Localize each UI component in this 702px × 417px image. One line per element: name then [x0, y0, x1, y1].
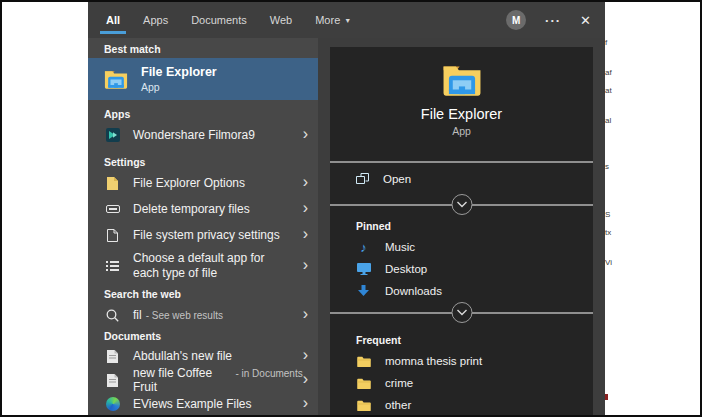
- search-filter-bar: All Apps Documents Web More ▼ M ··· ✕: [88, 2, 605, 38]
- result-label: File Explorer Options: [133, 176, 245, 191]
- result-label: Delete temporary files: [133, 202, 250, 217]
- chevron-right-icon[interactable]: ›: [303, 395, 308, 413]
- filmora-app-icon: [104, 128, 121, 142]
- frequent-item-crime[interactable]: crime: [330, 372, 593, 394]
- search-results-list: Best match File Explorer App: [88, 38, 318, 415]
- document-label: new file Coffee Fruit: [133, 366, 231, 394]
- tab-more[interactable]: More ▼: [315, 2, 351, 38]
- chevron-down-button[interactable]: [451, 194, 472, 215]
- tab-more-label: More: [315, 14, 340, 26]
- expand-divider: [330, 194, 593, 216]
- section-header-pinned: Pinned: [330, 220, 593, 236]
- eviews-app-icon: [104, 397, 121, 411]
- background-text-fragment: at: [605, 86, 612, 95]
- chevron-right-icon[interactable]: ›: [303, 306, 308, 324]
- pinned-item-downloads[interactable]: Downloads: [330, 280, 593, 302]
- result-document-coffee-fruit[interactable]: new file Coffee Fruit - in Documents ›: [88, 368, 318, 392]
- open-label: Open: [383, 173, 411, 185]
- background-text-fragment: s: [605, 162, 609, 171]
- search-query-suffix: - See web results: [146, 310, 223, 321]
- music-note-icon: ♪: [356, 240, 371, 255]
- result-file-explorer-options[interactable]: File Explorer Options ›: [88, 170, 318, 196]
- result-label: Wondershare Filmora9: [133, 128, 255, 143]
- section-header-frequent: Frequent: [330, 334, 593, 350]
- pinned-item-music[interactable]: ♪ Music: [330, 236, 593, 258]
- document-icon: [104, 374, 121, 387]
- preview-subtitle: App: [330, 125, 593, 137]
- document-label: EViews Example Files: [133, 397, 252, 411]
- background-text-fragment: tx: [605, 228, 611, 237]
- chevron-right-icon[interactable]: ›: [303, 371, 308, 389]
- folder-icon: [356, 400, 371, 411]
- frequent-item-other[interactable]: other: [330, 394, 593, 415]
- background-text-fragment: af: [605, 68, 612, 77]
- storage-icon: [104, 205, 121, 213]
- frequent-label: crime: [385, 377, 413, 389]
- expand-divider: [330, 302, 593, 324]
- chevron-right-icon[interactable]: ›: [303, 226, 308, 244]
- avatar[interactable]: M: [506, 10, 526, 30]
- preview-hero: File Explorer App: [330, 47, 593, 161]
- document-label: Abdullah's new file: [133, 349, 232, 363]
- document-text: new file Coffee Fruit - in Documents: [133, 366, 303, 394]
- result-file-system-privacy-settings[interactable]: File system privacy settings ›: [88, 222, 318, 248]
- background-text-fragment: al: [605, 116, 611, 125]
- result-web-search[interactable]: fil - See web results ›: [88, 302, 318, 328]
- desktop-monitor-icon: [356, 263, 371, 275]
- close-icon[interactable]: ✕: [580, 13, 591, 28]
- chevron-right-icon[interactable]: ›: [303, 347, 308, 365]
- result-delete-temporary-files[interactable]: Delete temporary files ›: [88, 196, 318, 222]
- document-text: EViews Example Files: [133, 397, 256, 411]
- preview-pane: File Explorer App Open Pinne: [330, 47, 593, 415]
- best-match-file-explorer[interactable]: File Explorer App: [88, 58, 318, 100]
- open-action[interactable]: Open: [330, 163, 593, 194]
- settings-file-icon: [104, 177, 121, 190]
- topbar-controls: M ··· ✕: [506, 2, 591, 38]
- tab-all[interactable]: All: [106, 2, 120, 38]
- more-options-icon[interactable]: ···: [545, 13, 561, 28]
- result-document-abdullah[interactable]: Abdullah's new file ›: [88, 344, 318, 368]
- download-arrow-icon: [356, 285, 371, 297]
- document-icon: [104, 350, 121, 363]
- best-match-subtitle: App: [141, 81, 217, 93]
- result-wondershare-filmora9[interactable]: Wondershare Filmora9 ›: [88, 122, 318, 148]
- pinned-item-desktop[interactable]: Desktop: [330, 258, 593, 280]
- frequent-label: other: [385, 399, 411, 411]
- search-icon: [104, 309, 121, 322]
- result-choose-default-app[interactable]: Choose a default app for each type of fi…: [88, 248, 318, 284]
- windows-search-flyout: All Apps Documents Web More ▼ M ··· ✕ Be…: [88, 2, 605, 415]
- document-suffix: - in Documents: [235, 368, 302, 379]
- chevron-down-icon: ▼: [344, 17, 351, 24]
- web-search-text: fil - See web results: [133, 308, 223, 322]
- search-query: fil: [133, 308, 142, 322]
- best-match-title: File Explorer: [141, 65, 217, 79]
- result-label: Choose a default app for each type of fi…: [133, 251, 291, 281]
- chevron-right-icon[interactable]: ›: [303, 200, 308, 218]
- file-explorer-icon: [104, 69, 128, 89]
- tab-apps[interactable]: Apps: [143, 2, 168, 38]
- pinned-label: Downloads: [385, 285, 442, 297]
- section-header-best-match: Best match: [88, 38, 318, 58]
- document-text: Abdullah's new file: [133, 349, 236, 363]
- section-header-documents: Documents: [88, 328, 318, 344]
- background-text-fragment: f: [605, 38, 607, 47]
- best-match-text: File Explorer App: [141, 65, 217, 93]
- filter-tabs: All Apps Documents Web More ▼: [106, 2, 351, 38]
- section-header-search-web: Search the web: [88, 284, 318, 302]
- screenshot-frame: f af at al s S tx Vi All Apps Documents …: [0, 0, 702, 417]
- document-outline-icon: [104, 229, 121, 242]
- frequent-item-momna-thesis-print[interactable]: momna thesis print: [330, 350, 593, 372]
- file-explorer-icon-large: [330, 63, 593, 96]
- result-label: File system privacy settings: [133, 228, 280, 243]
- chevron-right-icon[interactable]: ›: [303, 257, 308, 275]
- chevron-down-button[interactable]: [451, 302, 472, 323]
- tab-documents[interactable]: Documents: [191, 2, 247, 38]
- chevron-right-icon[interactable]: ›: [303, 174, 308, 192]
- pinned-label: Desktop: [385, 263, 427, 275]
- tab-web[interactable]: Web: [270, 2, 292, 38]
- result-document-eviews[interactable]: EViews Example Files ›: [88, 392, 318, 415]
- folder-icon: [356, 378, 371, 389]
- section-header-apps: Apps: [88, 100, 318, 122]
- list-settings-icon: [104, 260, 121, 272]
- chevron-right-icon[interactable]: ›: [303, 126, 308, 144]
